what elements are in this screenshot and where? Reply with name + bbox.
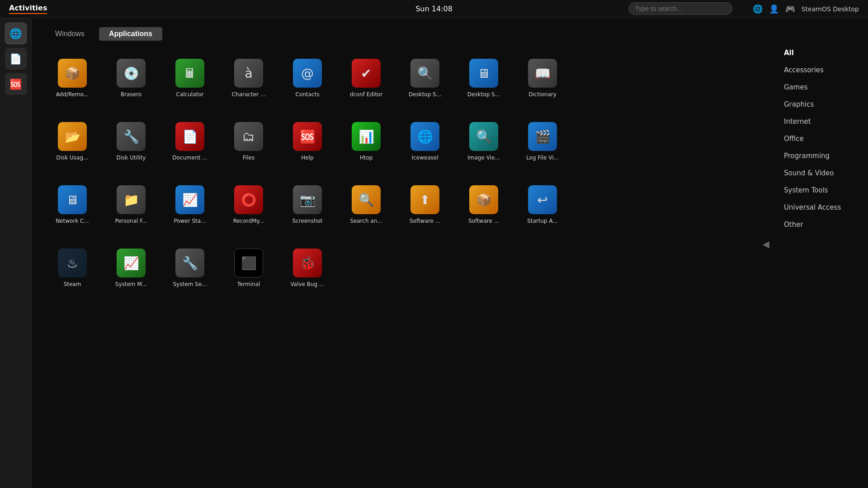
app-label-startup-apps: Startup A... — [527, 218, 558, 224]
app-label-steam: Steam — [64, 281, 81, 287]
app-label-document-viewer: Document ... — [172, 155, 207, 161]
app-item-recordmydesktop[interactable]: ⭕RecordMy... — [222, 181, 276, 239]
sidebar-item-accessories[interactable]: Accessories — [778, 62, 859, 78]
app-label-desktop-settings: Desktop S... — [467, 91, 500, 98]
app-label-software-center2: Software ... — [468, 218, 499, 224]
app-item-power-stats[interactable]: 📈Power Sta... — [163, 181, 217, 239]
sidebar-item-office[interactable]: Office — [778, 131, 859, 146]
app-icon-brasero: 💿 — [117, 59, 146, 88]
app-label-recordmydesktop: RecordMy... — [233, 218, 264, 224]
app-item-iceweasel[interactable]: 🌐Iceweasel — [398, 117, 452, 176]
app-icon-image-viewer: 🔍 — [469, 122, 498, 151]
app-icon-recordmydesktop: ⭕ — [234, 185, 263, 214]
sidebar-item-system-tools[interactable]: System Tools — [778, 183, 859, 198]
tab-applications[interactable]: Applications — [99, 27, 162, 41]
app-label-files: Files — [243, 155, 255, 161]
app-item-software-center1[interactable]: ⬆Software ... — [398, 181, 452, 239]
app-item-software-center2[interactable]: 📦Software ... — [457, 181, 511, 239]
app-item-startup-apps[interactable]: ↩Startup A... — [515, 181, 570, 239]
app-item-valve-bug-reporter[interactable]: 🐞Valve Bug ... — [280, 244, 335, 303]
app-icon-desktop-settings: 🖥 — [469, 59, 498, 88]
app-icon-terminal: ⬛ — [234, 249, 263, 277]
app-icon-software-center1: ⬆ — [410, 185, 439, 214]
app-item-help[interactable]: 🆘Help — [280, 117, 335, 176]
app-item-disk-utility[interactable]: 🔧Disk Utility — [104, 117, 158, 176]
app-item-htop[interactable]: 📊Htop — [339, 117, 393, 176]
app-label-image-viewer: Image Vie... — [467, 155, 500, 161]
sidebar-toggle-icon[interactable]: ◀ — [763, 239, 769, 249]
sidebar-item-games[interactable]: Games — [778, 80, 859, 95]
app-item-brasero[interactable]: 💿Brasero — [104, 54, 158, 113]
app-icon-iceweasel: 🌐 — [410, 122, 439, 151]
app-item-system-settings[interactable]: 🔧System Se... — [163, 244, 217, 303]
app-label-dconf-editor: dconf Editor — [350, 91, 383, 98]
topbar: Activities Sun 14:08 🌐 👤 🎮 SteamOS Deskt… — [0, 0, 868, 18]
steamos-icon: 🎮 — [785, 4, 795, 14]
app-label-character-map: Character ... — [232, 91, 266, 98]
activities-button[interactable]: Activities — [9, 4, 47, 14]
app-item-disk-usage[interactable]: 📂Disk Usag... — [45, 117, 99, 176]
app-item-search-and-replace[interactable]: 🔍Search an... — [339, 181, 393, 239]
sidebar-item-graphics[interactable]: Graphics — [778, 97, 859, 112]
app-item-character-map[interactable]: àCharacter ... — [222, 54, 276, 113]
steamos-label: SteamOS Desktop — [802, 5, 859, 13]
app-icon-valve-bug-reporter: 🐞 — [293, 249, 322, 277]
app-label-terminal: Terminal — [237, 281, 260, 287]
app-label-htop: Htop — [360, 155, 373, 161]
sidebar-item-other[interactable]: Other — [778, 217, 859, 232]
app-icon-personal-file: 📁 — [117, 185, 146, 214]
app-item-calculator[interactable]: 🖩Calculator — [163, 54, 217, 113]
tab-row: Windows Applications — [45, 27, 755, 41]
dock-item-help[interactable]: 🆘 — [5, 73, 27, 95]
app-icon-dictionary: 📖 — [528, 59, 557, 88]
app-item-add-remove[interactable]: 📦Add/Remo... — [45, 54, 99, 113]
app-item-desktop-settings[interactable]: 🖥Desktop S... — [457, 54, 511, 113]
app-item-dictionary[interactable]: 📖Dictionary — [515, 54, 570, 113]
app-icon-software-center2: 📦 — [469, 185, 498, 214]
app-item-terminal[interactable]: ⬛Terminal — [222, 244, 276, 303]
app-item-steam[interactable]: ♨Steam — [45, 244, 99, 303]
app-label-disk-utility: Disk Utility — [117, 155, 146, 161]
app-label-disk-usage: Disk Usag... — [56, 155, 88, 161]
app-label-log-file-viewer: Log File Vi... — [526, 155, 559, 161]
app-icon-document-viewer: 📄 — [175, 122, 204, 151]
app-icon-desktop-search: 🔍 — [410, 59, 439, 88]
app-icon-files: 🗂 — [234, 122, 263, 151]
search-input[interactable] — [628, 2, 732, 15]
app-item-image-viewer[interactable]: 🔍Image Vie... — [457, 117, 511, 176]
app-icon-search-and-replace: 🔍 — [352, 185, 381, 214]
app-label-system-settings: System Se... — [173, 281, 207, 287]
app-item-desktop-search[interactable]: 🔍Desktop S... — [398, 54, 452, 113]
tab-windows[interactable]: Windows — [45, 27, 94, 41]
app-label-power-stats: Power Sta... — [174, 218, 206, 224]
sidebar-item-internet[interactable]: Internet — [778, 114, 859, 129]
app-item-network-config[interactable]: 🖥Network C... — [45, 181, 99, 239]
app-icon-dconf-editor: ✔ — [352, 59, 381, 88]
sidebar-item-all[interactable]: All — [778, 45, 859, 61]
app-item-files[interactable]: 🗂Files — [222, 117, 276, 176]
app-icon-htop: 📊 — [352, 122, 381, 151]
app-item-document-viewer[interactable]: 📄Document ... — [163, 117, 217, 176]
app-label-screenshot: Screenshot — [292, 218, 322, 224]
category-sidebar: AllAccessoriesGamesGraphicsInternetOffic… — [769, 18, 868, 488]
content-area: Windows Applications 📦Add/Remo...💿Braser… — [32, 18, 769, 488]
sidebar-item-universal-access[interactable]: Universal Access — [778, 200, 859, 215]
app-label-desktop-search: Desktop S... — [409, 91, 441, 98]
app-item-log-file-viewer[interactable]: 🎬Log File Vi... — [515, 117, 570, 176]
sidebar-item-programming[interactable]: Programming — [778, 148, 859, 164]
app-label-brasero: Brasero — [121, 91, 142, 98]
app-label-network-config: Network C... — [56, 218, 89, 224]
app-item-personal-file[interactable]: 📁Personal F... — [104, 181, 158, 239]
app-icon-system-monitor: 📈 — [117, 249, 146, 277]
search-box[interactable] — [628, 2, 732, 15]
topbar-right: 🌐 👤 🎮 SteamOS Desktop — [753, 4, 859, 14]
app-item-screenshot[interactable]: 📷Screenshot — [280, 181, 335, 239]
app-icon-network-config: 🖥 — [58, 185, 87, 214]
clock-display: Sun 14:08 — [415, 5, 453, 13]
dock-item-file[interactable]: 📄 — [5, 48, 27, 70]
app-item-system-monitor[interactable]: 📈System M... — [104, 244, 158, 303]
dock-item-globe[interactable]: 🌐 — [5, 23, 27, 44]
app-item-contacts[interactable]: @Contacts — [280, 54, 335, 113]
app-item-dconf-editor[interactable]: ✔dconf Editor — [339, 54, 393, 113]
sidebar-item-sound-video[interactable]: Sound & Video — [778, 165, 859, 181]
